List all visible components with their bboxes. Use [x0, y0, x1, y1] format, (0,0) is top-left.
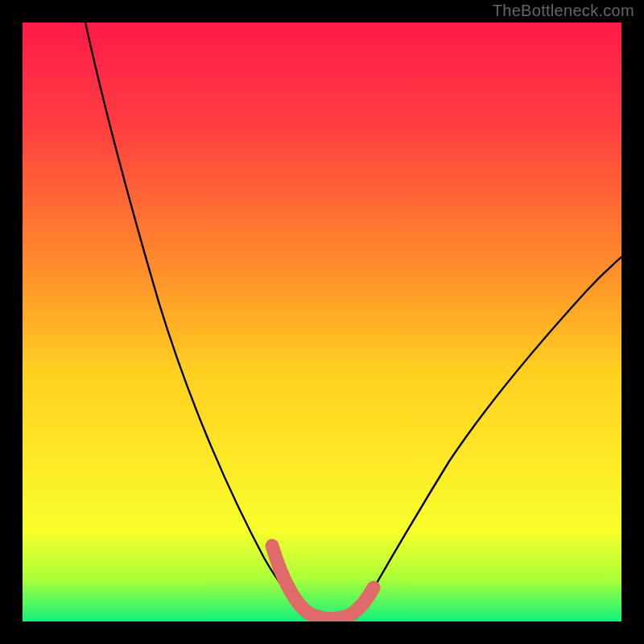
- plot-area: [23, 23, 621, 621]
- chart-svg: [23, 23, 621, 621]
- gradient-background: [23, 23, 621, 621]
- chart-stage: TheBottleneck.com: [0, 0, 644, 644]
- watermark-text: TheBottleneck.com: [493, 2, 634, 20]
